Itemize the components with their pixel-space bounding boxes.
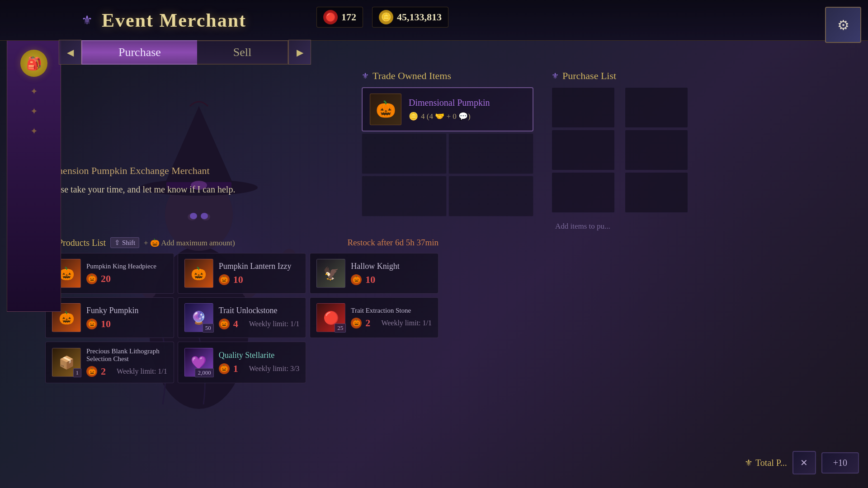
purchase-fleur-icon: ⚜ [552,71,559,81]
merchant-dialog-text: Please take your time, and let me know i… [45,182,271,197]
trade-item-count: 🪙 4 (4 🤝 + 0 💬) [409,112,525,121]
banner-star-3: ✦ [30,126,38,136]
purchase-slot-5 [552,172,615,213]
product-price-0: 20 [101,273,111,285]
product-img-6: 📦 1 [52,348,81,377]
red-currency-value: 172 [341,11,356,23]
products-title: ⚜ Products List ⇧ Shift + 🎃 Add maximum … [45,237,235,248]
product-price-6: 2 [101,366,106,377]
product-price-row-1: 🎃 10 [219,274,300,286]
add-items-text: Add items to pu... [552,222,696,231]
product-info-2: Hallow Knight 🎃 10 [351,262,432,286]
tab-purchase[interactable]: Purchase [81,40,197,65]
trade-section-title: ⚜ Trade Owned Items [362,70,533,82]
product-card-6[interactable]: 📦 1 Precious Blank Lithograph Selection … [45,342,174,383]
product-price-row-0: 🎃 20 [86,273,167,285]
top-right-icon-symbol: ⚙ [837,17,849,33]
pumpkin-coin-0: 🎃 [86,273,97,284]
product-name-4: Trait Unlockstone [219,306,300,315]
close-bottom-button[interactable]: ✕ [793,451,816,474]
product-badge-5: 25 [335,324,346,333]
gold-currency-value: 45,133,813 [397,11,442,23]
trade-slot-3 [448,133,533,174]
total-fleur-icon: ⚜ [745,457,753,468]
product-card-5[interactable]: 🔴 25 Trait Extraction Stone 🎃 2 Weekly l… [310,297,439,338]
header: 🎒 ✦ ✦ ✦ ⚜ Event Merchant 🔴 172 🪙 45,133,… [0,0,868,41]
trade-slot-4 [362,176,447,216]
purchase-list-grid [552,87,696,213]
product-card-2[interactable]: 🦅 Hallow Knight 🎃 10 [310,253,439,294]
product-info-5: Trait Extraction Stone 🎃 2 Weekly limit:… [351,307,432,329]
trade-slot-5 [448,176,533,216]
product-name-2: Hallow Knight [351,262,432,271]
product-info-4: Trait Unlockstone 🎃 4 Weekly limit: 1/1 [219,306,300,330]
purchase-slot-4 [625,130,688,170]
product-img-5: 🔴 25 [316,303,345,332]
pumpkin-coin-3: 🎃 [86,319,97,329]
banner-star-2: ✦ [30,106,38,117]
trade-slot-2 [362,133,447,174]
product-info-1: Pumpkin Lantern Izzy 🎃 10 [219,262,300,286]
product-price-row-3: 🎃 10 [86,318,167,330]
trade-item-info: Dimensional Pumpkin 🪙 4 (4 🤝 + 0 💬) [409,98,525,121]
plus-ten-button[interactable]: +10 [821,452,859,474]
product-img-2: 🦅 [316,259,345,288]
product-price-row-6: 🎃 2 Weekly limit: 1/1 [86,366,167,377]
nav-tabs: ◀ Purchase Sell ▶ [59,40,311,65]
weekly-limit-7: Weekly limit: 3/3 [249,365,300,373]
main-content: Dimension Pumpkin Exchange Merchant Plea… [45,66,868,488]
bottom-right-bar: ⚜ Total P... ✕ +10 [745,451,859,474]
trade-item-name: Dimensional Pumpkin [409,98,525,108]
product-name-3: Funky Pumpkin [86,306,167,315]
purchase-list-section: ⚜ Purchase List Add items to pu... [552,70,696,231]
purchase-slot-1 [552,87,615,128]
trade-fleur-icon: ⚜ [362,71,369,81]
red-currency: 🔴 172 [316,7,363,28]
banner-star-1: ✦ [30,86,38,97]
product-price-4: 4 [233,318,238,330]
product-price-5: 2 [365,317,370,329]
product-name-1: Pumpkin Lantern Izzy [219,262,300,271]
product-name-5: Trait Extraction Stone [351,307,432,314]
product-card-1[interactable]: 🎃 Pumpkin Lantern Izzy 🎃 10 [178,253,307,294]
purchase-list-title: ⚜ Purchase List [552,70,696,82]
tab-arrow-left[interactable]: ◀ [59,40,81,65]
product-name-7: Quality Stellarite [219,351,300,360]
product-info-0: Pumpkin King Headpiece 🎃 20 [86,263,167,285]
product-badge-7: 2,000 [195,368,213,377]
trade-section: ⚜ Trade Owned Items 🎃 Dimensional Pumpki… [362,70,533,216]
pumpkin-coin-5: 🎃 [351,318,362,328]
product-info-3: Funky Pumpkin 🎃 10 [86,306,167,330]
top-right-button[interactable]: ⚙ [825,7,861,43]
product-card-3[interactable]: 🎃 Funky Pumpkin 🎃 10 [45,297,174,338]
shift-badge: ⇧ Shift [110,237,139,248]
product-card-0[interactable]: 🎃 Pumpkin King Headpiece 🎃 20 [45,253,174,294]
product-price-2: 10 [365,274,375,286]
purchase-slot-6 [625,172,688,213]
product-badge-6: 1 [73,368,82,377]
page-title: Event Merchant [102,9,246,31]
left-banner: 🎒 ✦ ✦ ✦ [7,41,61,312]
products-header: ⚜ Products List ⇧ Shift + 🎃 Add maximum … [45,237,439,248]
product-price-3: 10 [101,318,111,330]
product-price-row-4: 🎃 4 Weekly limit: 1/1 [219,318,300,330]
product-card-4[interactable]: 🔮 50 Trait Unlockstone 🎃 4 Weekly limit:… [178,297,307,338]
product-price-row-7: 🎃 1 Weekly limit: 3/3 [219,363,300,375]
pumpkin-coin-7: 🎃 [219,363,230,374]
total-label: ⚜ Total P... [745,457,787,468]
add-max-label: + 🎃 Add maximum amount) [144,238,235,248]
trade-item-icon: 🎃 [370,94,401,125]
weekly-limit-5: Weekly limit: 1/1 [381,319,432,327]
product-badge-4: 50 [203,324,214,333]
purchase-slot-2 [625,87,688,128]
trade-item-card[interactable]: 🎃 Dimensional Pumpkin 🪙 4 (4 🤝 + 0 💬) [362,87,533,131]
product-price-row-2: 🎃 10 [351,274,432,286]
gold-currency: 🪙 45,133,813 [372,7,448,28]
tab-sell[interactable]: Sell [197,40,288,65]
purchase-slot-3 [552,130,615,170]
pumpkin-coin-4: 🎃 [219,319,230,329]
pumpkin-coin-2: 🎃 [351,274,362,285]
tab-arrow-right[interactable]: ▶ [288,40,311,65]
product-card-7[interactable]: 💜 2,000 Quality Stellarite 🎃 1 Weekly li… [178,342,307,383]
product-img-1: 🎃 [184,259,213,288]
